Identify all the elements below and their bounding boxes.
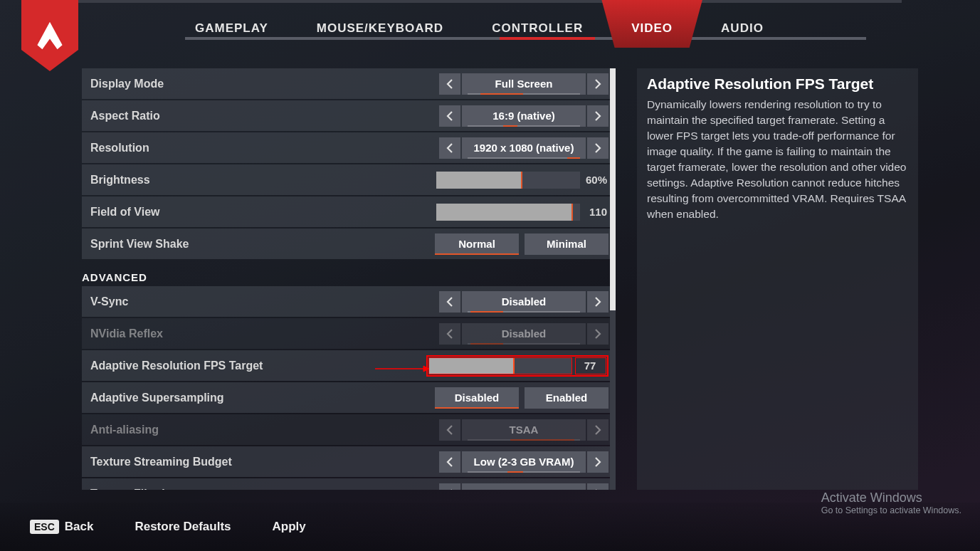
setting-label: Adaptive Supersampling [90, 392, 435, 404]
select-control: Disabled [439, 291, 608, 313]
setting-label: Resolution [90, 142, 439, 154]
setting-row-b3: Brightness 60% [82, 164, 616, 195]
chevron-left-icon[interactable] [439, 291, 460, 313]
setting-row-a2: Adaptive Resolution FPS Target 77 [82, 350, 616, 381]
toggle-option[interactable]: Minimal [525, 233, 608, 255]
chevron-left-icon[interactable] [439, 137, 460, 159]
tab-audio[interactable]: AUDIO [711, 16, 774, 48]
scrollbar-thumb[interactable] [610, 68, 616, 310]
select-value[interactable]: Disabled [462, 323, 586, 345]
back-button[interactable]: ESCBack [30, 520, 93, 534]
setting-row-a0: V-Sync Disabled [82, 286, 616, 317]
chevron-left-icon[interactable] [439, 483, 460, 490]
apply-button[interactable]: Apply [273, 520, 306, 534]
setting-row-a5: Texture Streaming Budget Low (2-3 GB VRA… [82, 446, 616, 477]
windows-activation-watermark: Activate Windows Go to Settings to activ… [821, 490, 961, 515]
toggle-group: NormalMinimal [435, 233, 608, 255]
settings-tabs: GAMEPLAY MOUSE/KEYBOARD CONTROLLER VIDEO… [185, 16, 774, 48]
chevron-left-icon[interactable] [439, 73, 460, 95]
setting-label: Sprint View Shake [90, 238, 435, 251]
slider-value: 60% [580, 174, 608, 186]
select-value[interactable]: 16:9 (native) [462, 105, 586, 127]
setting-row-b5: Sprint View Shake NormalMinimal [82, 229, 616, 259]
section-header-advanced: ADVANCED [82, 261, 616, 286]
description-panel: Adaptive Resolution FPS Target Dynamical… [637, 68, 918, 490]
tab-controller[interactable]: CONTROLLER [482, 16, 593, 48]
slider-track[interactable] [436, 172, 580, 189]
top-divider [78, 0, 902, 3]
chevron-right-icon[interactable] [587, 291, 608, 313]
slider-value: 110 [580, 206, 608, 218]
select-control: Full Screen [439, 73, 608, 95]
chevron-right-icon[interactable] [587, 451, 608, 473]
setting-label: Field of View [90, 206, 436, 219]
esc-keycap: ESC [30, 520, 59, 534]
setting-row-a1: NVidia Reflex Disabled [82, 318, 616, 349]
scrollbar-track[interactable] [610, 68, 616, 490]
chevron-right-icon[interactable] [587, 483, 608, 490]
toggle-option[interactable]: Normal [435, 233, 519, 255]
select-value[interactable]: Low (2-3 GB VRAM) [462, 451, 586, 473]
description-title: Adaptive Resolution FPS Target [647, 75, 908, 93]
chevron-right-icon[interactable] [587, 323, 608, 345]
chevron-right-icon[interactable] [587, 137, 608, 159]
select-control: Low (2-3 GB VRAM) [439, 451, 608, 473]
setting-row-a4: Anti-aliasing TSAA [82, 414, 616, 445]
toggle-option[interactable]: Disabled [435, 387, 519, 409]
chevron-left-icon[interactable] [439, 451, 460, 473]
setting-row-b4: Field of View 110 [82, 196, 616, 227]
tab-video[interactable]: VIDEO [621, 16, 683, 48]
select-control: TSAA [439, 419, 608, 441]
chevron-right-icon[interactable] [587, 419, 608, 441]
slider-track[interactable] [436, 204, 580, 221]
select-value[interactable]: TSAA [462, 419, 586, 441]
select-control: 1920 x 1080 (native) [439, 137, 608, 159]
chevron-right-icon[interactable] [587, 73, 608, 95]
setting-label: NVidia Reflex [90, 327, 439, 340]
select-value[interactable]: Disabled [462, 291, 586, 313]
select-value[interactable]: 1920 x 1080 (native) [462, 137, 586, 159]
select-value[interactable]: Anisotropic 16X [462, 483, 586, 490]
slider-track[interactable] [428, 357, 572, 374]
chevron-left-icon[interactable] [439, 419, 460, 441]
apex-logo-icon [34, 20, 65, 51]
restore-defaults-button[interactable]: Restore Defaults [135, 520, 231, 534]
setting-label: Texture Filtering [90, 488, 439, 490]
setting-label: Display Mode [90, 78, 439, 90]
tab-gameplay[interactable]: GAMEPLAY [185, 16, 278, 48]
tab-mouse-keyboard[interactable]: MOUSE/KEYBOARD [307, 16, 453, 48]
setting-label: Aspect Ratio [90, 110, 439, 122]
setting-row-b1: Aspect Ratio 16:9 (native) [82, 100, 616, 131]
annotation-arrow-icon [374, 364, 431, 373]
toggle-option[interactable]: Enabled [525, 387, 608, 409]
select-control: Anisotropic 16X [439, 483, 608, 490]
setting-row-b0: Display Mode Full Screen [82, 68, 616, 99]
chevron-right-icon[interactable] [587, 105, 608, 127]
settings-list: Display Mode Full Screen Aspect Ratio 16… [82, 68, 616, 490]
select-control: 16:9 (native) [439, 105, 608, 127]
setting-label: V-Sync [90, 295, 439, 308]
toggle-group: DisabledEnabled [435, 387, 608, 409]
select-control: Disabled [439, 323, 608, 345]
select-value[interactable]: Full Screen [462, 73, 586, 95]
description-body: Dynamically lowers rendering resolution … [647, 97, 908, 222]
setting-label: Anti-aliasing [90, 424, 439, 436]
setting-row-a3: Adaptive Supersampling DisabledEnabled [82, 382, 616, 413]
chevron-left-icon[interactable] [439, 323, 460, 345]
chevron-left-icon[interactable] [439, 105, 460, 127]
setting-label: Texture Streaming Budget [90, 456, 439, 468]
setting-row-a6: Texture Filtering Anisotropic 16X [82, 478, 616, 490]
setting-label: Brightness [90, 174, 436, 187]
setting-row-b2: Resolution 1920 x 1080 (native) [82, 132, 616, 163]
slider-value: 77 [575, 357, 606, 374]
